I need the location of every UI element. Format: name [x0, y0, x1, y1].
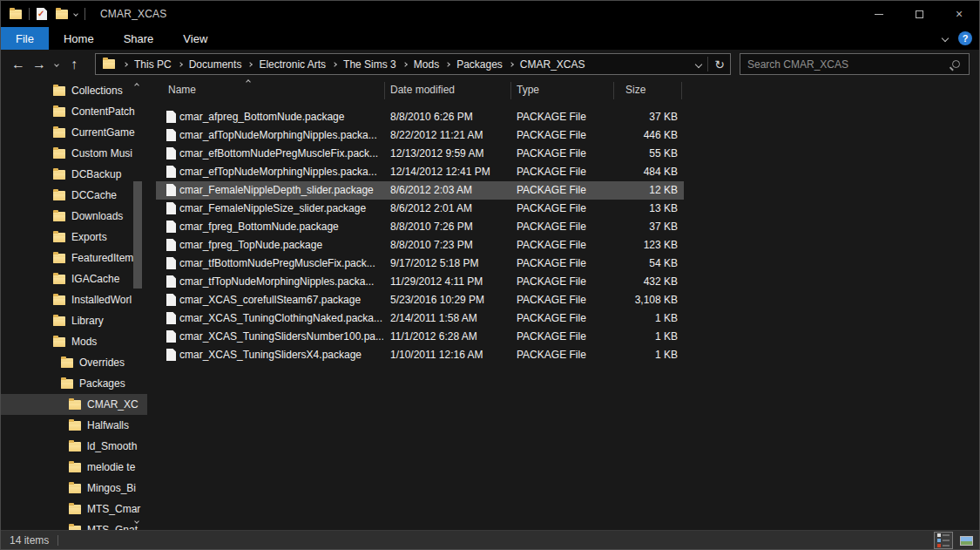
- breadcrumb-item[interactable]: The Sims 3: [343, 58, 396, 71]
- sidebar-item[interactable]: Collections: [1, 80, 147, 101]
- sidebar-item[interactable]: Library: [1, 310, 147, 331]
- breadcrumb-chevron-icon[interactable]: [445, 62, 450, 67]
- thumbnail-view-button[interactable]: [956, 532, 976, 549]
- sidebar-item[interactable]: Overrides: [1, 352, 147, 373]
- breadcrumb-item[interactable]: Electronic Arts: [259, 58, 326, 71]
- window-title: CMAR_XCAS: [100, 8, 166, 20]
- sidebar-item[interactable]: IGACache: [1, 268, 147, 289]
- file-row[interactable]: cmar_XCAS_TuningSlidersX4.package 1/10/2…: [156, 346, 684, 364]
- column-header-size[interactable]: Size: [625, 84, 645, 96]
- sidebar-item[interactable]: Packages: [1, 373, 147, 394]
- ribbon-tab-label: Home: [64, 32, 94, 45]
- breadcrumb-item[interactable]: Mods: [414, 58, 439, 71]
- column-divider[interactable]: [510, 82, 511, 99]
- file-row[interactable]: cmar_XCAS_TuningSlidersNumber100.pa... 1…: [156, 328, 684, 346]
- sidebar-item-label: Exports: [71, 231, 107, 243]
- sidebar-item-label: CurrentGame: [71, 126, 135, 139]
- back-button[interactable]: ←: [8, 50, 29, 78]
- file-row[interactable]: cmar_tfBottomNudePregMuscleFix.pack... 9…: [156, 255, 684, 273]
- sidebar-item-label: Mingos_Bi: [87, 482, 136, 494]
- sidebar-item[interactable]: Custom Musi: [1, 143, 147, 164]
- sidebar-item[interactable]: DCBackup: [1, 164, 147, 185]
- column-header-type[interactable]: Type: [517, 84, 539, 96]
- new-folder-icon[interactable]: [56, 10, 68, 19]
- sidebar-item[interactable]: MTS_Cmar: [1, 499, 147, 519]
- breadcrumb-chevron-icon[interactable]: [332, 62, 337, 67]
- maximize-button[interactable]: [899, 1, 939, 27]
- column-header-date-modified[interactable]: Date modified: [390, 84, 455, 96]
- breadcrumb-item[interactable]: This PC: [134, 58, 172, 71]
- sidebar-item[interactable]: InstalledWorl: [1, 289, 147, 310]
- file-row[interactable]: cmar_fpreg_BottomNude.package 8/8/2010 7…: [156, 218, 684, 236]
- search-icon[interactable]: [952, 60, 960, 68]
- sidebar-item[interactable]: CurrentGame: [1, 122, 147, 143]
- close-button[interactable]: ×: [939, 1, 979, 27]
- column-divider[interactable]: [681, 82, 682, 99]
- titlebar: ✓ CMAR_XCAS ×: [1, 1, 979, 27]
- address-dropdown-icon[interactable]: [695, 60, 702, 67]
- breadcrumb-chevron-icon[interactable]: [123, 62, 128, 67]
- sidebar-item[interactable]: Mods: [1, 331, 147, 352]
- folder-icon: [69, 442, 81, 452]
- sidebar-item-label: Overrides: [79, 356, 125, 369]
- column-divider[interactable]: [613, 82, 614, 99]
- sidebar-item[interactable]: CMAR_XC: [1, 394, 147, 415]
- sidebar-item[interactable]: ContentPatch: [1, 101, 147, 122]
- sidebar-item-label: IGACache: [71, 273, 119, 285]
- file-row[interactable]: cmar_fpreg_TopNude.package 8/8/2010 7:23…: [156, 236, 684, 255]
- breadcrumb-item[interactable]: Packages: [456, 58, 503, 71]
- scrollbar-thumb[interactable]: [133, 181, 142, 289]
- sidebar-item[interactable]: melodie te: [1, 457, 147, 478]
- sidebar-item[interactable]: DCCache: [1, 185, 147, 206]
- properties-check-icon[interactable]: ✓: [37, 8, 47, 20]
- file-row[interactable]: cmar_FemaleNippleSize_slider.package 8/6…: [156, 200, 684, 218]
- sidebar-item[interactable]: FeaturedItem: [1, 248, 147, 268]
- breadcrumb-chevron-icon[interactable]: [509, 62, 514, 67]
- breadcrumb-item[interactable]: CMAR_XCAS: [520, 58, 585, 71]
- file-row[interactable]: cmar_XCAS_TuningClothingNaked.packa... 2…: [156, 309, 684, 328]
- refresh-icon[interactable]: ↻: [714, 58, 725, 71]
- ribbon-tab[interactable]: File: [1, 27, 49, 50]
- scroll-up-icon[interactable]: [134, 83, 139, 88]
- help-icon[interactable]: ?: [958, 31, 972, 45]
- sidebar-item[interactable]: Halfwalls: [1, 415, 147, 436]
- breadcrumb-chevron-icon[interactable]: [248, 62, 253, 67]
- sidebar-item-label: Packages: [79, 377, 125, 390]
- file-row[interactable]: cmar_afTopNudeMorphingNipples.packa... 8…: [156, 126, 684, 145]
- file-row[interactable]: cmar_XCAS_corefullSteam67.package 5/23/2…: [156, 291, 684, 309]
- up-button[interactable]: ↑: [64, 50, 84, 78]
- ribbon-expand-icon[interactable]: [942, 35, 949, 42]
- file-name-cell: cmar_fpreg_BottomNude.package: [179, 221, 383, 233]
- sidebar-item[interactable]: Mingos_Bi: [1, 478, 147, 499]
- ribbon-tab[interactable]: View: [168, 27, 222, 50]
- sidebar-item[interactable]: ld_Smooth: [1, 436, 147, 457]
- sidebar-item[interactable]: Exports: [1, 227, 147, 248]
- details-view-button[interactable]: [934, 532, 953, 549]
- folder-icon: [53, 191, 65, 200]
- recent-locations-dropdown-icon[interactable]: [50, 63, 64, 66]
- search-input[interactable]: [740, 58, 952, 71]
- breadcrumb-chevron-icon[interactable]: [178, 62, 183, 67]
- quick-access-dropdown-icon[interactable]: [73, 11, 78, 17]
- sidebar-item[interactable]: Downloads: [1, 206, 147, 227]
- column-header-name[interactable]: Name: [168, 84, 196, 96]
- file-row[interactable]: cmar_efTopNudeMorphingNipples.packa... 1…: [156, 163, 684, 181]
- breadcrumb-chevron-icon[interactable]: [402, 62, 408, 67]
- file-row[interactable]: cmar_FemaleNippleDepth_slider.package 8/…: [156, 181, 684, 200]
- folder-icon: [53, 128, 65, 138]
- file-icon: [166, 349, 176, 361]
- column-divider[interactable]: [384, 82, 385, 99]
- file-row[interactable]: cmar_tfTopNudeMorphingNipples.packa... 1…: [156, 273, 684, 291]
- date-modified-cell: 8/6/2012 2:03 AM: [390, 184, 505, 196]
- ribbon-tab[interactable]: Share: [109, 27, 169, 50]
- minimize-button[interactable]: [859, 1, 899, 27]
- date-modified-cell: 8/8/2010 7:23 PM: [390, 239, 505, 251]
- file-row[interactable]: cmar_afpreg_BottomNude.package 8/8/2010 …: [156, 108, 684, 126]
- file-name-cell: cmar_XCAS_TuningSlidersX4.package: [179, 349, 383, 361]
- ribbon-tab[interactable]: Home: [49, 27, 109, 50]
- scroll-down-icon[interactable]: [134, 519, 139, 524]
- breadcrumb-item[interactable]: Documents: [189, 58, 242, 71]
- address-bar[interactable]: This PC Documents Electronic Arts: [95, 53, 731, 75]
- forward-button[interactable]: →: [29, 50, 50, 78]
- file-row[interactable]: cmar_efBottomNudePregMuscleFix.pack... 1…: [156, 145, 684, 163]
